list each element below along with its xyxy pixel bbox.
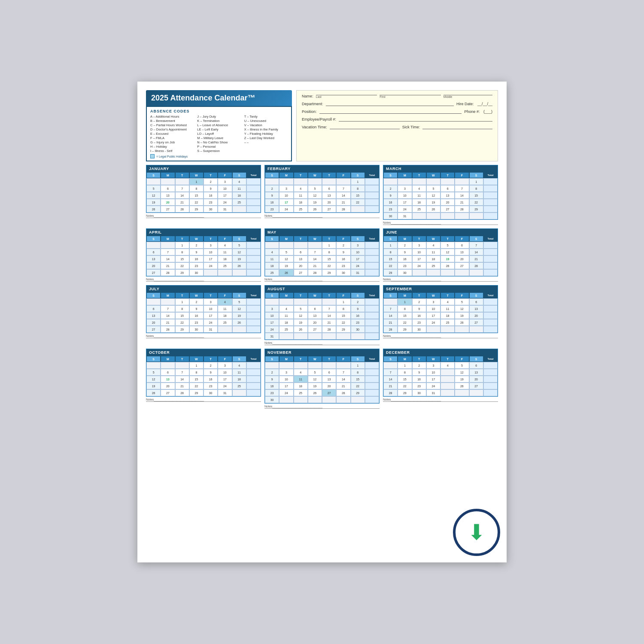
cal-day-cell: [365, 249, 379, 255]
cal-header-t: T: [294, 356, 308, 362]
download-overlay[interactable]: ⬇: [453, 509, 500, 556]
last-name-line[interactable]: [316, 95, 377, 95]
cal-day-cell: 11: [412, 192, 426, 199]
cal-day-cell: [322, 298, 336, 305]
cal-header-t: T: [440, 292, 455, 298]
cal-day-cell: 28: [161, 269, 175, 276]
dept-line[interactable]: [326, 106, 454, 106]
cal-day-cell: 24: [279, 206, 293, 213]
cal-day-cell: 4: [218, 242, 232, 249]
position-line[interactable]: [319, 113, 462, 114]
cal-header-t: T: [204, 236, 218, 242]
cal-day-cell: 17: [279, 199, 293, 206]
cal-day-cell: 20: [308, 319, 322, 326]
vacation-line[interactable]: [330, 129, 400, 129]
cal-day-cell: 23: [189, 262, 204, 269]
cal-day-cell: 21: [469, 255, 483, 262]
cal-day-cell: 24: [426, 383, 440, 389]
cal-day-cell: 15: [189, 192, 204, 199]
cal-day-cell: 15: [398, 376, 412, 383]
cal-header-s: S: [232, 172, 246, 178]
cal-day-cell: 28: [322, 326, 336, 333]
cal-day-cell: 1: [351, 178, 365, 185]
cal-day-cell: 12: [232, 249, 246, 255]
cal-day-cell: 27: [146, 326, 161, 333]
cal-day-cell: 8: [351, 369, 365, 376]
cal-header-m: M: [279, 356, 293, 362]
cal-day-cell: 1: [351, 362, 365, 369]
month-october: OCTOBERSMTWTFSTotal123456789101112131415…: [146, 349, 261, 409]
cal-day-cell: 31: [351, 269, 365, 276]
sick-line[interactable]: [422, 129, 492, 129]
sick-label: Sick Time:: [402, 125, 420, 129]
cal-header-t: T: [294, 172, 308, 178]
cal-day-cell: 30: [189, 326, 204, 333]
cal-day-cell: 6: [161, 185, 175, 192]
cal-day-cell: 22: [175, 262, 189, 269]
cal-day-cell: [365, 298, 379, 305]
cal-day-cell: 6: [161, 369, 175, 376]
cal-day-cell: [218, 269, 232, 276]
cal-day-cell: 30: [204, 206, 218, 213]
cal-day-cell: 14: [175, 376, 189, 383]
cal-day-cell: 21: [383, 383, 398, 389]
cal-day-cell: 25: [294, 389, 308, 396]
notes-february: Notes______________________________: [264, 214, 380, 218]
cal-day-cell: [294, 396, 308, 403]
cal-header-w: W: [308, 292, 322, 298]
cal-day-cell: [440, 269, 455, 276]
cal-day-cell: 28: [383, 326, 398, 333]
cal-header-f: F: [218, 172, 232, 178]
cal-day-cell: [265, 362, 279, 369]
code-item: H – Holiday: [150, 145, 194, 149]
first-name-line[interactable]: [380, 95, 441, 95]
cal-day-cell: 11: [265, 255, 279, 262]
dept-label: Department:: [302, 102, 323, 106]
cal-day-cell: 20: [469, 312, 483, 319]
cal-day-cell: [246, 192, 261, 199]
cal-day-cell: [246, 362, 261, 369]
name-label: Name:: [302, 94, 313, 98]
cal-header-t: T: [322, 236, 336, 242]
cal-day-cell: 30: [336, 269, 350, 276]
code-item: – –: [244, 140, 288, 144]
cal-day-cell: 11: [294, 376, 308, 383]
cal-day-cell: 20: [146, 262, 161, 269]
cal-day-cell: 19: [232, 312, 246, 319]
cal-day-cell: 1: [383, 242, 398, 249]
cal-day-cell: 5: [232, 242, 246, 249]
cal-day-cell: [365, 389, 379, 396]
cal-day-cell: [483, 326, 498, 333]
cal-day-cell: 6: [469, 362, 483, 369]
cal-day-cell: 3: [218, 178, 232, 185]
cal-day-cell: 11: [218, 305, 232, 312]
notes-april: Notes______________________________: [146, 278, 261, 282]
cal-day-cell: 26: [426, 206, 440, 213]
cal-day-cell: 12: [455, 369, 469, 376]
code-item: LE – Left Early: [197, 128, 240, 131]
cal-header-s: S: [469, 356, 483, 362]
cal-day-cell: 9: [351, 305, 365, 312]
cal-day-cell: 24: [351, 262, 365, 269]
cal-day-cell: 8: [383, 249, 398, 255]
cal-day-cell: 15: [398, 312, 412, 319]
cal-day-cell: 15: [383, 255, 398, 262]
cal-day-cell: 22: [383, 262, 398, 269]
cal-day-cell: [294, 178, 308, 185]
cal-day-cell: 10: [426, 305, 440, 312]
cal-day-cell: 5: [440, 242, 455, 249]
emp-line[interactable]: [339, 121, 492, 122]
cal-day-cell: 30: [398, 269, 412, 276]
cal-header-m: M: [161, 236, 175, 242]
cal-day-cell: [308, 396, 322, 403]
cal-header-w: W: [308, 356, 322, 362]
cal-day-cell: [483, 199, 498, 206]
cal-day-cell: 15: [351, 192, 365, 199]
cal-header-m: M: [398, 292, 412, 298]
cal-day-cell: 26: [146, 389, 161, 396]
cal-day-cell: 29: [175, 326, 189, 333]
cal-day-cell: [426, 213, 440, 219]
download-circle[interactable]: ⬇: [453, 509, 500, 556]
cal-day-cell: 21: [336, 199, 350, 206]
cal-day-cell: [440, 178, 455, 185]
